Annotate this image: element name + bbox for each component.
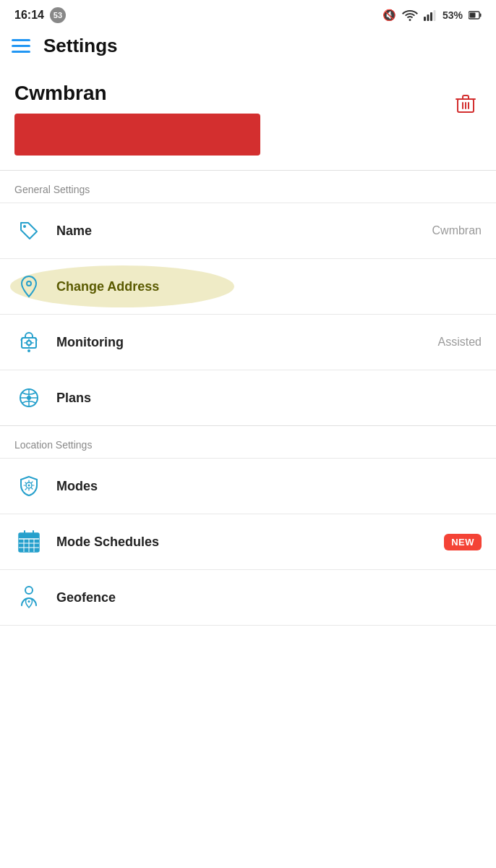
- battery-icon: [469, 10, 482, 20]
- svg-rect-1: [427, 14, 429, 21]
- svg-rect-6: [470, 13, 476, 18]
- settings-item-name[interactable]: Name Cwmbran: [0, 203, 496, 258]
- modes-icon: [14, 472, 43, 501]
- general-settings-section-header: General Settings: [0, 171, 496, 203]
- location-section: Cwmbran: [0, 70, 496, 170]
- settings-item-name-left: Name: [14, 216, 92, 245]
- status-notification-badge: 53: [50, 7, 66, 23]
- address-pin-icon: [14, 272, 43, 301]
- settings-item-monitoring[interactable]: Monitoring Assisted: [0, 315, 496, 370]
- settings-item-mode-schedules[interactable]: Mode Schedules NEW: [0, 514, 496, 569]
- location-left: Cwmbran: [14, 82, 260, 156]
- divider-geofence-bottom: [0, 625, 496, 626]
- app-header: Settings: [0, 27, 496, 70]
- settings-item-modes[interactable]: Modes: [0, 459, 496, 514]
- svg-point-8: [23, 225, 26, 228]
- mode-schedules-icon: [14, 527, 43, 556]
- svg-rect-0: [424, 17, 426, 21]
- svg-point-11: [27, 349, 30, 352]
- trash-icon: [456, 93, 476, 115]
- hamburger-line-1: [12, 39, 30, 41]
- wifi-icon: [402, 9, 418, 21]
- mode-schedules-label: Mode Schedules: [56, 535, 159, 550]
- settings-item-geofence-left: Geofence: [14, 583, 116, 612]
- svg-point-24: [25, 587, 33, 594]
- plans-icon: [14, 383, 43, 412]
- svg-point-12: [27, 341, 31, 345]
- mute-icon: 🔇: [382, 9, 396, 22]
- name-value: Cwmbran: [432, 224, 482, 237]
- geofence-icon: [14, 583, 43, 612]
- svg-point-9: [27, 281, 31, 286]
- location-name: Cwmbran: [14, 82, 260, 105]
- new-badge: NEW: [444, 534, 482, 550]
- status-right: 🔇 53%: [382, 9, 482, 22]
- svg-point-25: [28, 600, 30, 603]
- location-settings-section-header: Location Settings: [0, 426, 496, 458]
- status-time: 16:14: [14, 9, 44, 22]
- signal-icon: [424, 9, 437, 21]
- settings-item-plans[interactable]: Plans: [0, 370, 496, 425]
- battery-percent: 53%: [442, 9, 463, 21]
- settings-item-plans-left: Plans: [14, 383, 91, 412]
- status-left: 16:14 53: [14, 7, 66, 23]
- monitoring-value: Assisted: [438, 336, 482, 349]
- geofence-label: Geofence: [56, 590, 116, 605]
- monitoring-label: Monitoring: [56, 335, 124, 350]
- name-icon: [14, 216, 43, 245]
- delete-location-button[interactable]: [450, 88, 482, 121]
- change-address-label: Change Address: [56, 279, 159, 294]
- settings-item-change-address-left: Change Address: [14, 272, 159, 301]
- monitoring-icon: [14, 328, 43, 357]
- settings-item-geofence[interactable]: Geofence: [0, 570, 496, 625]
- svg-rect-3: [433, 10, 435, 21]
- svg-rect-2: [430, 12, 432, 21]
- hamburger-line-2: [12, 45, 30, 47]
- svg-rect-5: [480, 14, 482, 17]
- settings-item-mode-schedules-left: Mode Schedules: [14, 527, 159, 556]
- hamburger-line-3: [12, 51, 30, 53]
- name-label: Name: [56, 224, 92, 239]
- status-bar: 16:14 53 🔇 53%: [0, 0, 496, 27]
- location-color-bar: [14, 114, 260, 156]
- settings-item-monitoring-left: Monitoring: [14, 328, 124, 357]
- svg-point-14: [27, 396, 31, 400]
- settings-item-change-address[interactable]: Change Address: [0, 259, 496, 314]
- plans-label: Plans: [56, 391, 91, 406]
- hamburger-menu-button[interactable]: [12, 39, 30, 53]
- modes-label: Modes: [56, 479, 98, 494]
- page-title: Settings: [43, 35, 118, 57]
- settings-item-modes-left: Modes: [14, 472, 98, 501]
- svg-point-16: [28, 485, 30, 487]
